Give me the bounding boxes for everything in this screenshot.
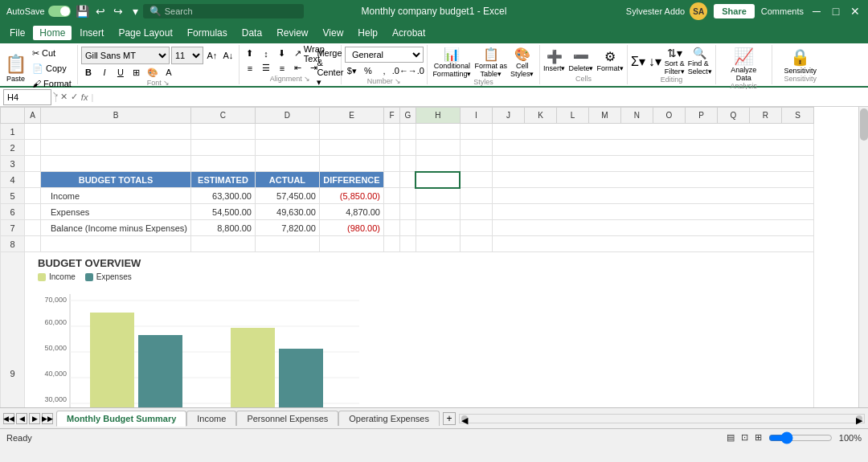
cell-e4[interactable]: DIFFERENCE	[319, 172, 383, 188]
sort-filter-button[interactable]: ⇅▾ Sort &Filter▾	[665, 47, 685, 76]
col-header-n[interactable]: N	[620, 108, 653, 124]
sheet-nav-next[interactable]: ▶	[29, 413, 40, 424]
cell-a3[interactable]	[25, 156, 41, 172]
cell-f3[interactable]	[383, 156, 399, 172]
col-header-l[interactable]: L	[556, 108, 588, 124]
col-header-g[interactable]: G	[399, 108, 416, 124]
cell-b4[interactable]: BUDGET TOTALS	[41, 172, 191, 188]
format-button[interactable]: ⚙ Format▾	[596, 49, 624, 72]
decrease-decimal-button[interactable]: .0←	[393, 64, 407, 77]
col-header-m[interactable]: M	[588, 108, 620, 124]
paste-button[interactable]: 📋 Paste	[5, 54, 27, 83]
cell-d1[interactable]	[255, 124, 319, 140]
font-family-select[interactable]: Gill Sans MT	[81, 47, 170, 64]
redo-icon[interactable]: ↪	[111, 5, 125, 18]
cell-i4[interactable]	[460, 172, 492, 188]
menu-page-layout[interactable]: Page Layout	[112, 26, 178, 40]
cell-g8[interactable]	[399, 236, 416, 252]
cell-b3[interactable]	[41, 156, 191, 172]
cell-e5[interactable]: (5,850.00)	[319, 188, 383, 204]
cell-i1[interactable]	[460, 124, 492, 140]
col-header-r[interactable]: R	[749, 108, 781, 124]
insert-function-icon[interactable]: fx	[81, 92, 88, 102]
cell-d5[interactable]: 57,450.00	[255, 188, 319, 204]
view-page-icon[interactable]: ⊡	[741, 432, 748, 443]
cell-f8[interactable]	[383, 236, 399, 252]
col-header-k[interactable]: K	[524, 108, 556, 124]
cut-button[interactable]: ✂ Cut	[30, 47, 74, 60]
save-icon[interactable]: 💾	[76, 5, 90, 18]
align-top-button[interactable]: ⬆	[243, 47, 257, 60]
increase-decimal-button[interactable]: →.0	[409, 64, 424, 77]
customize-icon[interactable]: ▾	[129, 5, 143, 18]
add-sheet-button[interactable]: +	[443, 412, 456, 425]
cell-a1[interactable]	[25, 124, 41, 140]
vertical-scrollbar[interactable]	[858, 107, 868, 407]
cell-b7[interactable]: Balance (Income minus Expenses)	[41, 220, 191, 236]
menu-data[interactable]: Data	[235, 26, 268, 40]
cell-g6[interactable]	[399, 204, 416, 220]
sheet-nav-last[interactable]: ▶▶	[42, 413, 53, 424]
cell-f5[interactable]	[383, 188, 399, 204]
col-header-e[interactable]: E	[319, 108, 383, 124]
menu-insert[interactable]: Insert	[73, 26, 110, 40]
col-header-p[interactable]: P	[685, 108, 717, 124]
cell-g5[interactable]	[399, 188, 416, 204]
analyze-data-button[interactable]: 📈 AnalyzeData	[731, 47, 756, 82]
align-bottom-button[interactable]: ⬇	[275, 47, 289, 60]
sheet-tab-monthly-budget[interactable]: Monthly Budget Summary	[56, 411, 186, 427]
cell-a7[interactable]	[25, 220, 41, 236]
cell-c2[interactable]	[190, 140, 255, 156]
search-input[interactable]	[165, 6, 285, 16]
cell-j2-s2[interactable]	[492, 140, 813, 156]
view-break-icon[interactable]: ⊞	[755, 432, 762, 443]
dollar-button[interactable]: $▾	[345, 64, 359, 77]
cell-h4[interactable]	[416, 172, 460, 188]
font-size-select[interactable]: 11	[171, 47, 203, 64]
format-as-table-button[interactable]: 📋 Format asTable▾	[474, 47, 507, 78]
zoom-slider[interactable]	[768, 431, 833, 444]
cell-h5[interactable]	[416, 188, 460, 204]
menu-review[interactable]: Review	[270, 26, 314, 40]
cell-h3[interactable]	[416, 156, 460, 172]
cell-g2[interactable]	[399, 140, 416, 156]
fill-button[interactable]: ↓▾	[649, 54, 661, 69]
comments-button[interactable]: Comments	[761, 6, 804, 16]
share-button[interactable]: Share	[714, 4, 755, 18]
col-header-h[interactable]: H	[416, 108, 460, 124]
cell-a8[interactable]	[25, 236, 41, 252]
merge-center-button[interactable]: Merge & Center ▾	[323, 62, 338, 75]
insert-button[interactable]: ➕ Insert▾	[543, 49, 566, 72]
undo-icon[interactable]: ↩	[93, 5, 108, 18]
decrease-indent-button[interactable]: ⇤	[291, 62, 305, 75]
col-header-o[interactable]: O	[653, 108, 685, 124]
cell-j3-s3[interactable]	[492, 156, 813, 172]
close-button[interactable]: ✕	[849, 5, 862, 18]
cell-g7[interactable]	[399, 220, 416, 236]
delete-button[interactable]: ➖ Delete▾	[568, 49, 593, 72]
menu-help[interactable]: Help	[351, 26, 384, 40]
cell-e7[interactable]: (980.00)	[319, 220, 383, 236]
cell-d2[interactable]	[255, 140, 319, 156]
cell-g3[interactable]	[399, 156, 416, 172]
col-header-q[interactable]: Q	[717, 108, 749, 124]
border-button[interactable]: ⊞	[129, 66, 144, 79]
cell-h2[interactable]	[416, 140, 460, 156]
col-header-b[interactable]: B	[41, 108, 191, 124]
cell-f1[interactable]	[383, 124, 399, 140]
horizontal-scrollbar-left[interactable]: ◀	[461, 415, 468, 422]
cell-a4[interactable]	[25, 172, 41, 188]
cell-b6[interactable]: Expenses	[41, 204, 191, 220]
col-header-i[interactable]: I	[460, 108, 492, 124]
number-format-select[interactable]: General	[345, 47, 424, 63]
sensitivity-button[interactable]: 🔒 Sensitivity	[784, 47, 817, 75]
formula-input[interactable]	[96, 89, 865, 105]
sheet-nav-prev[interactable]: ◀	[16, 413, 27, 424]
cell-i3[interactable]	[460, 156, 492, 172]
sheet-tab-income[interactable]: Income	[186, 411, 236, 426]
horizontal-scrollbar-right[interactable]: ▶	[856, 415, 862, 422]
align-left-button[interactable]: ≡	[243, 62, 257, 75]
cell-i5[interactable]	[460, 188, 492, 204]
horizontal-scrollbar[interactable]: ◀ ▶	[459, 414, 865, 423]
cell-d4[interactable]: ACTUAL	[255, 172, 319, 188]
